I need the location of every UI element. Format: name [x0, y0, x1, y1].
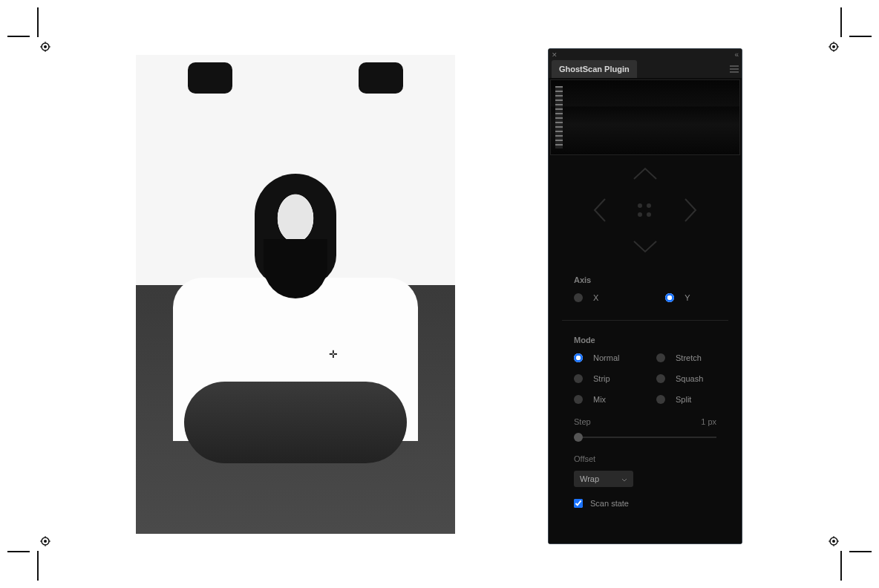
arrow-right-icon[interactable]: [684, 197, 699, 224]
step-row: Step 1 px: [549, 417, 742, 426]
mode-label: Mode: [574, 336, 716, 344]
panel-title: GhostScan Plugin: [559, 65, 630, 74]
plugin-preview: [550, 79, 740, 155]
mode-option-split: Split: [676, 395, 691, 404]
mode-option-strip: Strip: [593, 374, 610, 383]
scan-state-checkbox[interactable]: Scan state: [549, 487, 742, 508]
registration-mark-bl: [7, 536, 52, 581]
scan-state-label: Scan state: [590, 499, 629, 508]
arrow-down-icon[interactable]: [633, 240, 658, 256]
arrow-left-icon[interactable]: [592, 197, 607, 224]
mode-radio-strip[interactable]: Strip: [574, 374, 634, 383]
svg-point-7: [832, 45, 835, 48]
arrow-up-icon[interactable]: [633, 166, 658, 182]
mode-option-normal: Normal: [593, 353, 619, 362]
preview-image: ✛: [136, 55, 455, 534]
crosshair-icon: ✛: [329, 348, 339, 359]
step-label: Step: [574, 417, 591, 426]
axis-option-y: Y: [684, 293, 690, 302]
mode-section: Mode Normal Stretch Strip Squash: [549, 327, 742, 411]
close-icon[interactable]: ✕: [552, 51, 558, 59]
axis-section: Axis X Y: [549, 267, 742, 314]
dpad-center-button[interactable]: [638, 203, 653, 218]
dpad: [549, 155, 742, 267]
svg-point-19: [832, 540, 835, 543]
offset-label: Offset: [574, 454, 716, 463]
axis-label: Axis: [574, 275, 716, 284]
axis-radio-x[interactable]: X: [574, 293, 598, 302]
divider: [562, 320, 728, 321]
registration-mark-br: [827, 536, 872, 581]
step-value: 1 px: [701, 417, 716, 426]
axis-option-x: X: [593, 293, 598, 302]
offset-select-value: Wrap: [580, 474, 599, 483]
mode-radio-squash[interactable]: Squash: [656, 374, 716, 383]
collapse-icon[interactable]: «: [734, 50, 739, 59]
svg-point-13: [44, 540, 47, 543]
ghostscan-panel: ✕ « GhostScan Plugin: [548, 48, 742, 544]
axis-radio-y[interactable]: Y: [665, 293, 690, 302]
mode-radio-normal[interactable]: Normal: [574, 353, 634, 362]
panel-tab[interactable]: GhostScan Plugin: [552, 60, 637, 78]
step-slider[interactable]: [574, 432, 716, 442]
mode-option-mix: Mix: [593, 395, 606, 404]
svg-point-1: [44, 45, 47, 48]
panel-menu-icon[interactable]: [730, 60, 739, 78]
registration-mark-tr: [827, 7, 872, 52]
mode-radio-split[interactable]: Split: [656, 395, 716, 404]
registration-mark-tl: [7, 7, 52, 52]
chevron-down-icon: [621, 474, 627, 483]
mode-option-stretch: Stretch: [676, 353, 702, 362]
mode-radio-stretch[interactable]: Stretch: [656, 353, 716, 362]
mode-option-squash: Squash: [676, 374, 703, 383]
offset-select[interactable]: Wrap: [574, 471, 633, 487]
mode-radio-mix[interactable]: Mix: [574, 395, 634, 404]
